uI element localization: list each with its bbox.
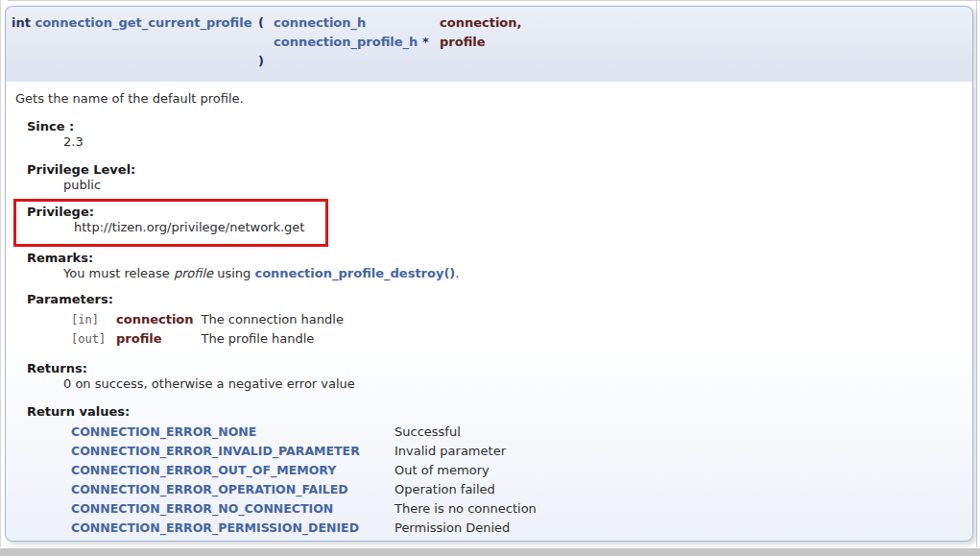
page-right-border xyxy=(976,0,977,547)
param-name: connection xyxy=(116,310,202,329)
function-doc-block: int connection_get_current_profile ( con… xyxy=(5,6,973,542)
param-description: The connection handle xyxy=(202,310,351,329)
remarks-label: Remarks: xyxy=(27,251,963,266)
remarks-text-after: . xyxy=(455,266,459,280)
param1-name-cell: connection, xyxy=(440,13,521,33)
signature-table: int connection_get_current_profile ( con… xyxy=(12,13,521,71)
return-value-row: CONNECTION_ERROR_PERMISSION_DENIED Permi… xyxy=(71,519,544,538)
privilege-value: http://tizen.org/privilege/network.get xyxy=(74,220,325,235)
param-description: The profile handle xyxy=(202,329,351,349)
privilege-level-section: Privilege Level: public xyxy=(27,162,963,193)
param-name: profile xyxy=(116,329,202,349)
error-code-link[interactable]: CONNECTION_ERROR_OUT_OF_MEMORY xyxy=(71,463,336,477)
param2-type-link[interactable]: connection_profile_h xyxy=(274,35,418,49)
error-code-cell: CONNECTION_ERROR_NONE xyxy=(71,423,394,442)
privilege-level-value: public xyxy=(63,178,963,193)
error-code-link[interactable]: CONNECTION_ERROR_INVALID_PARAMETER xyxy=(71,444,360,458)
error-code-description: Successful xyxy=(394,423,544,442)
bottom-gray-bar xyxy=(0,548,980,556)
parameters-section: Parameters: [in] connection The connecti… xyxy=(27,292,963,349)
return-values-table: CONNECTION_ERROR_NONE Successful CONNECT… xyxy=(71,423,544,538)
return-values-label: Return values: xyxy=(27,404,963,420)
function-doc-body: Gets the name of the default profile. Si… xyxy=(5,82,973,542)
error-code-description: There is no connection xyxy=(394,499,544,519)
error-code-description: Invalid parameter xyxy=(394,442,544,461)
error-code-cell: CONNECTION_ERROR_OPERATION_FAILED xyxy=(71,480,394,499)
error-code-description: Operation failed xyxy=(394,480,544,499)
error-code-cell: CONNECTION_ERROR_PERMISSION_DENIED xyxy=(71,519,394,538)
open-paren: ( xyxy=(258,13,274,33)
parameter-row: [out] profile The profile handle xyxy=(71,329,351,349)
page-left-border xyxy=(0,0,1,547)
return-type: int xyxy=(12,15,31,30)
return-value-row: CONNECTION_ERROR_OUT_OF_MEMORY Out of me… xyxy=(71,461,544,480)
parameters-table: [in] connection The connection handle [o… xyxy=(71,310,351,349)
privilege-highlight-box: Privilege: http://tizen.org/privilege/ne… xyxy=(13,199,328,247)
close-paren: ) xyxy=(258,52,274,71)
error-code-link[interactable]: CONNECTION_ERROR_NO_CONNECTION xyxy=(71,501,333,516)
param-direction: [in] xyxy=(71,310,116,329)
privilege-section: Privilege: http://tizen.org/privilege/ne… xyxy=(27,205,325,235)
param2-name-cell: profile xyxy=(440,33,521,52)
return-values-section: Return values: CONNECTION_ERROR_NONE Suc… xyxy=(27,404,963,538)
param1-type-link[interactable]: connection_h xyxy=(274,15,366,30)
returns-label: Returns: xyxy=(27,361,963,376)
signature-row-3: ) xyxy=(12,52,521,71)
error-code-link[interactable]: CONNECTION_ERROR_NONE xyxy=(71,424,256,439)
error-code-link[interactable]: CONNECTION_ERROR_PERMISSION_DENIED xyxy=(71,520,359,535)
spacer-cell xyxy=(12,52,258,71)
function-description: Gets the name of the default profile. xyxy=(15,91,963,107)
param1-type-cell: connection_h xyxy=(274,13,440,33)
param-direction: [out] xyxy=(71,329,116,349)
pointer-symbol: * xyxy=(422,35,429,49)
function-name-cell: int connection_get_current_profile xyxy=(12,13,258,33)
spacer-cell xyxy=(440,52,521,71)
remarks-text: You must release profile using connectio… xyxy=(63,266,963,281)
remarks-italic-term: profile xyxy=(174,266,213,280)
since-label: Since : xyxy=(27,119,963,134)
error-code-cell: CONNECTION_ERROR_OUT_OF_MEMORY xyxy=(71,461,394,480)
spacer-cell xyxy=(258,33,274,52)
privilege-level-label: Privilege Level: xyxy=(27,162,963,178)
param2-name: profile xyxy=(440,35,486,49)
remarks-section: Remarks: You must release profile using … xyxy=(27,251,963,281)
error-code-cell: CONNECTION_ERROR_INVALID_PARAMETER xyxy=(71,442,394,461)
destroy-function-link[interactable]: connection_profile_destroy() xyxy=(254,266,455,280)
signature-row-1: int connection_get_current_profile ( con… xyxy=(12,13,521,33)
error-code-description: Permission Denied xyxy=(394,519,544,538)
remarks-text-middle: using xyxy=(213,266,254,280)
spacer-cell xyxy=(12,33,258,52)
error-code-description: Out of memory xyxy=(394,461,544,480)
function-name: connection_get_current_profile xyxy=(35,15,251,30)
since-value: 2.3 xyxy=(63,134,963,150)
param2-type-cell: connection_profile_h * xyxy=(274,33,440,52)
function-prototype-header: int connection_get_current_profile ( con… xyxy=(5,6,973,82)
parameters-table-wrap: [in] connection The connection handle [o… xyxy=(63,310,963,349)
spacer-cell xyxy=(274,52,440,71)
privilege-label: Privilege: xyxy=(27,205,325,220)
return-values-table-wrap: CONNECTION_ERROR_NONE Successful CONNECT… xyxy=(63,423,963,538)
doc-page: int connection_get_current_profile ( con… xyxy=(0,0,980,556)
parameter-row: [in] connection The connection handle xyxy=(71,310,351,329)
param1-name: connection, xyxy=(440,15,521,30)
parameters-label: Parameters: xyxy=(27,292,963,307)
since-section: Since : 2.3 xyxy=(27,119,963,150)
return-value-row: CONNECTION_ERROR_OPERATION_FAILED Operat… xyxy=(71,480,544,499)
signature-row-2: connection_profile_h * profile xyxy=(12,33,521,52)
returns-section: Returns: 0 on success, otherwise a negat… xyxy=(27,361,963,392)
return-value-row: CONNECTION_ERROR_NO_CONNECTION There is … xyxy=(71,499,544,519)
page-top-divider xyxy=(8,0,980,1)
error-code-cell: CONNECTION_ERROR_NO_CONNECTION xyxy=(71,499,394,519)
return-value-row: CONNECTION_ERROR_NONE Successful xyxy=(71,423,544,442)
error-code-link[interactable]: CONNECTION_ERROR_OPERATION_FAILED xyxy=(71,482,348,496)
remarks-text-before: You must release xyxy=(63,266,174,280)
returns-value: 0 on success, otherwise a negative error… xyxy=(63,376,963,392)
return-value-row: CONNECTION_ERROR_INVALID_PARAMETER Inval… xyxy=(71,442,544,461)
